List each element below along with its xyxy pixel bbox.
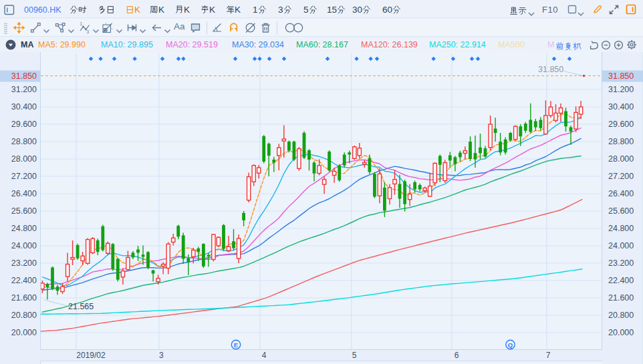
svg-text:28.000: 28.000 [11,154,37,164]
svg-text:21.565: 21.565 [68,302,94,311]
svg-text:20.000: 20.000 [11,328,37,337]
svg-text:24.000: 24.000 [11,241,37,250]
svg-text:24.000: 24.000 [608,241,634,250]
svg-text:23.200: 23.200 [608,258,634,268]
svg-text:7: 7 [546,351,551,360]
svg-text:27.200: 27.200 [608,172,634,181]
svg-text:31.850: 31.850 [608,71,634,81]
svg-text:4: 4 [262,351,267,360]
svg-text:26.400: 26.400 [11,189,37,198]
svg-text:20.800: 20.800 [608,311,634,320]
svg-text:E: E [234,341,238,349]
svg-text:23.200: 23.200 [11,258,37,268]
svg-text:31.200: 31.200 [608,85,634,94]
svg-text:30.400: 30.400 [11,102,37,112]
svg-text:31.850: 31.850 [538,65,563,74]
svg-text:2019/02: 2019/02 [76,351,106,360]
svg-text:26.400: 26.400 [608,189,634,198]
svg-text:22.400: 22.400 [11,276,37,285]
svg-text:31.850: 31.850 [11,71,37,81]
svg-text:24.800: 24.800 [608,224,634,233]
svg-text:24.800: 24.800 [11,224,37,233]
svg-text:3: 3 [159,351,164,360]
svg-text:30.400: 30.400 [608,102,634,112]
svg-text:Q: Q [508,341,513,349]
svg-text:28.800: 28.800 [11,137,37,146]
svg-text:20.800: 20.800 [11,311,37,320]
svg-text:3: 3 [87,29,90,34]
svg-text:6: 6 [455,351,459,360]
svg-text:29.600: 29.600 [608,120,634,129]
svg-text:1: 1 [80,22,83,26]
svg-text:20.000: 20.000 [608,328,634,337]
svg-text:25.600: 25.600 [11,206,37,216]
svg-text:31.200: 31.200 [11,85,37,94]
svg-text:5: 5 [352,351,357,360]
svg-text:27.200: 27.200 [11,172,37,181]
svg-text:21.600: 21.600 [11,293,37,303]
svg-text:22.400: 22.400 [608,276,634,285]
svg-text:28.800: 28.800 [608,137,634,146]
svg-text:28.000: 28.000 [608,154,634,164]
svg-text:25.600: 25.600 [608,206,634,216]
svg-text:29.600: 29.600 [11,120,37,129]
svg-text:21.600: 21.600 [608,293,634,303]
